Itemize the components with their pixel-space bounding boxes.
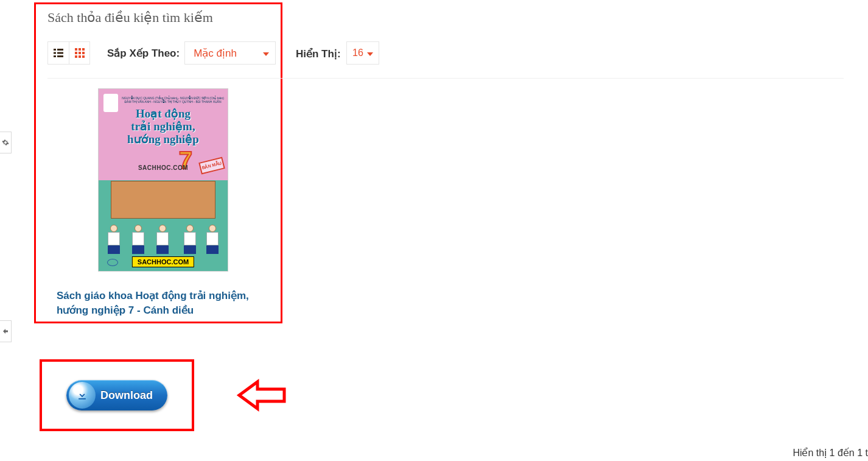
svg-rect-0	[54, 49, 56, 51]
cover-illustration	[99, 181, 228, 254]
svg-rect-14	[82, 55, 85, 58]
download-arrow-icon	[69, 382, 96, 409]
student-figure	[105, 225, 123, 254]
show-select[interactable]: 16	[346, 41, 379, 65]
arrow-left-icon	[215, 377, 287, 413]
cover-bottom-tag: SACHHOC.COM	[132, 256, 194, 267]
svg-rect-13	[79, 55, 81, 58]
student-figure	[153, 225, 172, 254]
svg-rect-3	[57, 52, 63, 54]
chevron-down-icon	[263, 47, 269, 59]
list-icon	[54, 49, 63, 57]
gear-icon	[2, 139, 9, 146]
chevron-down-icon	[367, 48, 373, 58]
svg-rect-4	[54, 55, 56, 57]
svg-rect-10	[79, 52, 81, 54]
annotation-arrow	[215, 377, 287, 416]
cover-watermark: SACHHOC.COM	[138, 164, 188, 171]
grid-icon	[75, 48, 85, 58]
svg-rect-12	[75, 55, 77, 58]
furniture-illustration	[111, 181, 215, 219]
sort-label: Sắp Xếp Theo:	[107, 47, 180, 60]
show-label: Hiển Thị:	[296, 48, 341, 60]
show-value: 16	[352, 48, 363, 58]
student-figure	[129, 225, 147, 254]
sort-value: Mặc định	[194, 47, 237, 60]
cover-authors: NGUYỄN DỤC QUANG (Tổng Chủ biên) - NGUYỄ…	[122, 96, 224, 104]
svg-rect-7	[79, 48, 81, 51]
side-tab-scroll[interactable]	[0, 320, 12, 342]
cover-title: Hoạt động trải nghiệm, hướng nghiệp	[99, 107, 228, 146]
student-figure	[181, 225, 199, 254]
svg-rect-1	[57, 49, 63, 51]
download-button[interactable]: Download	[66, 380, 167, 410]
svg-rect-6	[75, 48, 77, 51]
arrow-icon	[2, 328, 9, 335]
book-card[interactable]: NGUYỄN DỤC QUANG (Tổng Chủ biên) - NGUYỄ…	[57, 88, 270, 318]
svg-rect-11	[82, 52, 85, 54]
book-cover: NGUYỄN DỤC QUANG (Tổng Chủ biên) - NGUYỄ…	[98, 88, 228, 272]
svg-rect-5	[57, 55, 63, 57]
sort-select[interactable]: Mặc định	[184, 41, 276, 65]
student-figure	[203, 225, 222, 254]
grid-view-button[interactable]	[69, 42, 89, 64]
list-view-button[interactable]	[48, 42, 69, 64]
divider	[47, 78, 844, 79]
view-mode-buttons	[47, 41, 90, 65]
cover-title-line: hướng nghiệp	[127, 133, 199, 146]
download-label: Download	[100, 389, 153, 402]
book-title[interactable]: Sách giáo khoa Hoạt động trải nghiệm, hư…	[57, 289, 270, 318]
svg-rect-9	[75, 52, 77, 54]
page-title: Sách thỏa điều kiện tìm kiếm	[47, 10, 213, 26]
publisher-mark	[107, 259, 118, 266]
svg-rect-2	[54, 52, 56, 54]
cover-title-line: Hoạt động	[136, 107, 191, 120]
toolbar: Sắp Xếp Theo: Mặc định	[47, 41, 276, 65]
svg-rect-8	[82, 48, 85, 51]
pagination-info: Hiển thị 1 đến 1 t	[793, 445, 868, 461]
highlight-box-download: Download	[40, 359, 194, 431]
side-tab-settings[interactable]	[0, 132, 12, 153]
cover-title-line: trải nghiệm,	[131, 120, 195, 133]
